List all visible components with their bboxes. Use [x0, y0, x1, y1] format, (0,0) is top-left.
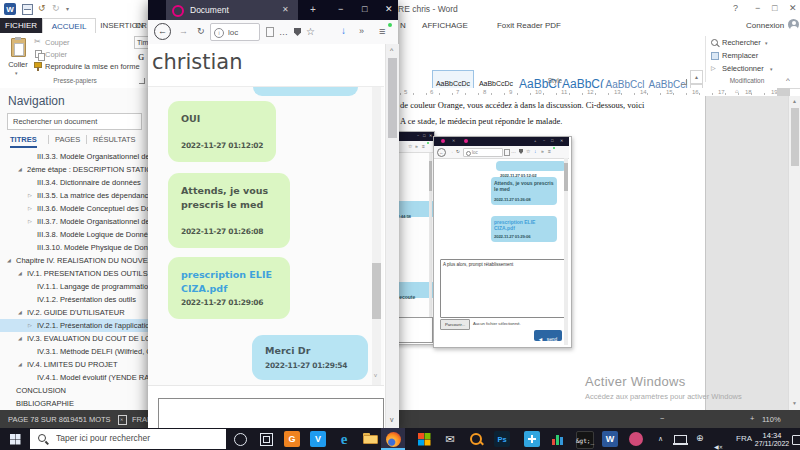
taskbar-search-input[interactable]	[54, 432, 223, 444]
proofing-icon[interactable]: ✕	[118, 415, 127, 425]
panel-scroll-down-icon[interactable]: v	[374, 372, 377, 378]
scroll-down-icon[interactable]: ▼	[792, 400, 797, 406]
tray-volume-muted-icon[interactable]: ◀✕	[714, 435, 723, 450]
account-button[interactable]: Connexion	[746, 21, 784, 30]
store-app-icon[interactable]	[416, 431, 432, 447]
cortana-icon[interactable]	[234, 433, 247, 446]
browser-tab[interactable]: Document ✕	[166, 0, 298, 20]
word-app-icon[interactable]: W	[602, 431, 618, 447]
browser-scrollbar[interactable]: ^ v	[385, 44, 399, 430]
photoshop-app-icon[interactable]: Ps	[494, 431, 510, 447]
attachment-link[interactable]: prescription ELIE CIZA.pdf	[181, 268, 279, 296]
start-button[interactable]	[0, 428, 30, 450]
nav-search-input[interactable]	[11, 116, 139, 127]
help-icon[interactable]: ?	[733, 3, 738, 13]
tab-affichage[interactable]: AFFICHAGE	[414, 18, 476, 33]
bold-button[interactable]: G	[138, 53, 144, 62]
tab-close-icon[interactable]: ✕	[282, 5, 289, 14]
copy-button[interactable]: Copier	[45, 50, 67, 59]
clipboard-dialog-launcher[interactable]	[139, 78, 145, 84]
download-icon[interactable]: ↓	[341, 26, 346, 36]
tab-accueil[interactable]: ACCUEIL	[42, 18, 96, 34]
maximize-icon[interactable]: □	[772, 3, 777, 13]
taskbar-search-box[interactable]	[30, 429, 226, 449]
nav-item[interactable]: BIBLIOGRAPHIE	[0, 397, 164, 410]
minimize-icon[interactable]: −	[338, 4, 343, 14]
new-tab-icon[interactable]: +	[310, 4, 316, 15]
nav-item[interactable]: ◢Chapitre IV. REALISATION DU NOUVEAU	[0, 254, 164, 267]
tray-laptop-icon[interactable]	[674, 435, 687, 444]
page-actions-icon[interactable]: …	[279, 28, 288, 37]
find-button[interactable]: Rechercher	[722, 38, 761, 47]
tab-fichier[interactable]: FICHIER	[0, 18, 42, 33]
tray-language[interactable]: FRA	[736, 434, 752, 443]
shield-icon[interactable]	[294, 28, 301, 36]
cut-button[interactable]: Couper	[45, 38, 70, 47]
indent-marker-icon[interactable]: ⌂	[735, 88, 739, 94]
mail-app-icon[interactable]: ✉	[442, 431, 458, 447]
file-explorer-icon[interactable]	[362, 431, 378, 447]
status-words[interactable]: 19451 MOTS	[66, 415, 111, 424]
qat-menu-icon[interactable]: ▾	[66, 5, 69, 12]
redo-icon[interactable]: ↻	[52, 3, 60, 13]
tab-foxit[interactable]: Foxit Reader PDF	[486, 18, 572, 33]
nav-search-box[interactable]	[7, 113, 142, 130]
browser-scrollbar-thumb[interactable]	[388, 58, 397, 138]
stats-app-icon[interactable]	[550, 431, 566, 447]
hamburger-menu-icon[interactable]: ≡	[379, 26, 385, 37]
reload-icon[interactable]: ↻	[197, 27, 205, 36]
close-icon[interactable]: ✕	[789, 3, 797, 13]
zoom-out-icon[interactable]: −	[660, 414, 664, 423]
edge-app-icon[interactable]: e	[336, 431, 352, 447]
zoom-level[interactable]: 110%	[762, 415, 781, 424]
terminal-app-icon[interactable]: &gt;_	[576, 431, 594, 449]
site-info-icon[interactable]: i	[214, 28, 224, 38]
overflow-menu-icon[interactable]: »	[359, 27, 364, 36]
chat-message-panel[interactable]: ^ OUI 2022-11-27 01:12:02 Attends, je vo…	[148, 86, 384, 386]
collapse-ribbon-icon[interactable]: ^	[786, 76, 790, 85]
url-bar[interactable]: i	[210, 23, 260, 41]
reader-view-icon[interactable]	[266, 27, 274, 37]
back-icon[interactable]: ←	[154, 23, 171, 40]
replace-button[interactable]: Remplacer	[722, 51, 758, 60]
tray-chevron-icon[interactable]: ∧	[658, 435, 663, 443]
gdesign-app-icon[interactable]: G	[284, 431, 300, 447]
action-center-icon[interactable]	[792, 435, 800, 445]
word-scrollbar[interactable]: ▲ ▼	[788, 96, 800, 410]
medical-app-icon[interactable]	[524, 431, 540, 447]
nav-item[interactable]: CONCLUSION	[0, 384, 164, 397]
format-painter-button[interactable]: Reproduire la mise en forme	[45, 62, 140, 71]
close-icon[interactable]: ✕	[385, 4, 393, 14]
nav-tab-titres[interactable]: TITRES	[10, 135, 37, 148]
scrollbar-thumb[interactable]	[791, 108, 799, 166]
zoom-in-icon[interactable]: +	[750, 414, 754, 423]
panel-scrollbar[interactable]	[372, 87, 381, 385]
panel-scrollbar-thumb[interactable]	[372, 263, 381, 319]
paste-button[interactable]: Coller ▾	[6, 37, 30, 79]
firefox-app-icon[interactable]	[385, 431, 401, 447]
nav-tab-resultats[interactable]: RÉSULTATS	[86, 135, 136, 144]
tray-clock[interactable]: 14:34 27/11/2022	[752, 431, 792, 447]
tab-revision[interactable]: N	[398, 18, 408, 33]
tray-network-icon[interactable]: ⊕	[696, 433, 704, 443]
save-icon[interactable]	[22, 4, 33, 15]
task-view-icon[interactable]	[260, 433, 273, 446]
scroll-up-icon[interactable]: ▲	[792, 98, 797, 104]
forward-icon[interactable]: →	[179, 27, 188, 36]
styles-dialog-launcher[interactable]	[681, 79, 687, 85]
idm-app-icon[interactable]	[468, 431, 484, 447]
scroll-down-icon[interactable]: v	[390, 416, 394, 423]
avatar[interactable]	[788, 19, 799, 30]
scroll-up-icon[interactable]: ^	[390, 47, 393, 54]
select-button[interactable]: Sélectionner	[722, 64, 764, 73]
wamp-app-icon[interactable]	[628, 431, 644, 447]
maximize-icon[interactable]: □	[362, 4, 367, 14]
status-page[interactable]: PAGE 78 SUR 86	[8, 415, 67, 424]
nav-tab-pages[interactable]: PAGES	[48, 135, 80, 144]
undo-icon[interactable]: ↺	[38, 3, 46, 13]
minimize-icon[interactable]: −	[755, 3, 760, 13]
tab-creation[interactable]: CR	[134, 18, 148, 33]
url-input[interactable]	[226, 27, 258, 38]
bookmark-star-icon[interactable]: ☆	[306, 27, 315, 37]
vscode-app-icon[interactable]: V	[310, 431, 326, 447]
